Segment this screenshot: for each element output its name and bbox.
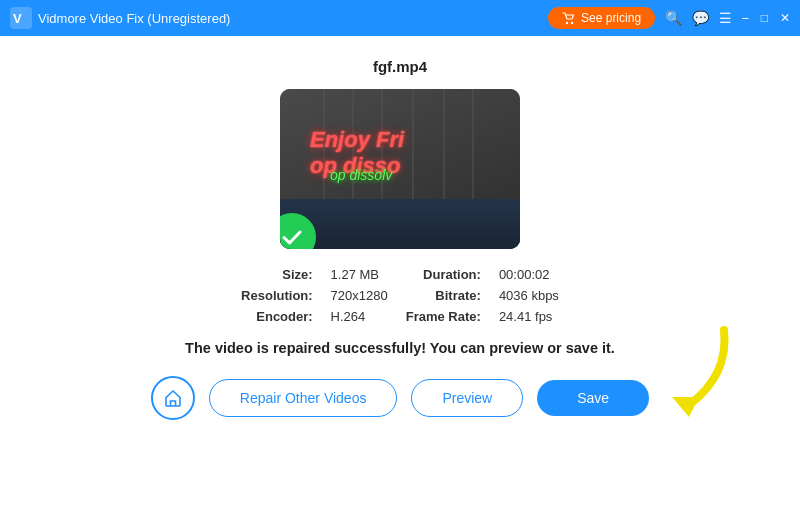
bitrate-value: 4036 kbps [499, 288, 559, 303]
bitrate-label: Bitrate: [406, 288, 481, 303]
app-title: Vidmore Video Fix (Unregistered) [38, 11, 548, 26]
neon-sign-2: op dissolv [330, 167, 392, 183]
duration-value: 00:00:02 [499, 267, 559, 282]
sofa-area [280, 199, 520, 249]
repair-other-button[interactable]: Repair Other Videos [209, 379, 398, 417]
home-icon [163, 388, 183, 408]
thumbnail-inner: Enjoy Friop disso op dissolv [280, 89, 520, 249]
size-label: Size: [241, 267, 313, 282]
encoder-label: Encoder: [241, 309, 313, 324]
app-logo: V [10, 7, 32, 29]
size-value: 1.27 MB [331, 267, 388, 282]
action-buttons-row: Repair Other Videos Preview Save [151, 376, 649, 420]
main-content: fgf.mp4 Enjoy Friop disso op dissolv [0, 36, 800, 515]
success-message: The video is repaired successfully! You … [185, 340, 615, 356]
framerate-label: Frame Rate: [406, 309, 481, 324]
chat-icon[interactable]: 💬 [692, 10, 709, 26]
resolution-label: Resolution: [241, 288, 313, 303]
menu-icon[interactable]: ☰ [719, 10, 732, 26]
maximize-button[interactable]: □ [761, 11, 768, 25]
save-button[interactable]: Save [537, 380, 649, 416]
minimize-button[interactable]: – [742, 11, 749, 25]
resolution-value: 720x1280 [331, 288, 388, 303]
title-bar: V Vidmore Video Fix (Unregistered) See p… [0, 0, 800, 36]
home-button[interactable] [151, 376, 195, 420]
save-button-wrap: Save [537, 380, 649, 416]
svg-point-3 [571, 22, 573, 24]
video-info-grid: Size: 1.27 MB Duration: 00:00:02 Resolut… [241, 267, 559, 324]
toolbar-icons: 🔍 💬 ☰ [665, 10, 732, 26]
arrow-icon [634, 325, 744, 425]
svg-text:V: V [13, 11, 22, 26]
video-thumbnail: Enjoy Friop disso op dissolv [280, 89, 520, 249]
encoder-value: H.264 [331, 309, 388, 324]
close-button[interactable]: ✕ [780, 11, 790, 25]
file-name: fgf.mp4 [373, 58, 427, 75]
search-icon[interactable]: 🔍 [665, 10, 682, 26]
preview-button[interactable]: Preview [411, 379, 523, 417]
framerate-value: 24.41 fps [499, 309, 559, 324]
svg-marker-4 [672, 397, 699, 417]
window-controls: – □ ✕ [742, 11, 790, 25]
svg-point-2 [566, 22, 568, 24]
checkmark-icon [280, 224, 305, 249]
duration-label: Duration: [406, 267, 481, 282]
pricing-label: See pricing [581, 11, 641, 25]
arrow-annotation [634, 325, 744, 425]
cart-icon [562, 11, 576, 25]
see-pricing-button[interactable]: See pricing [548, 7, 655, 29]
